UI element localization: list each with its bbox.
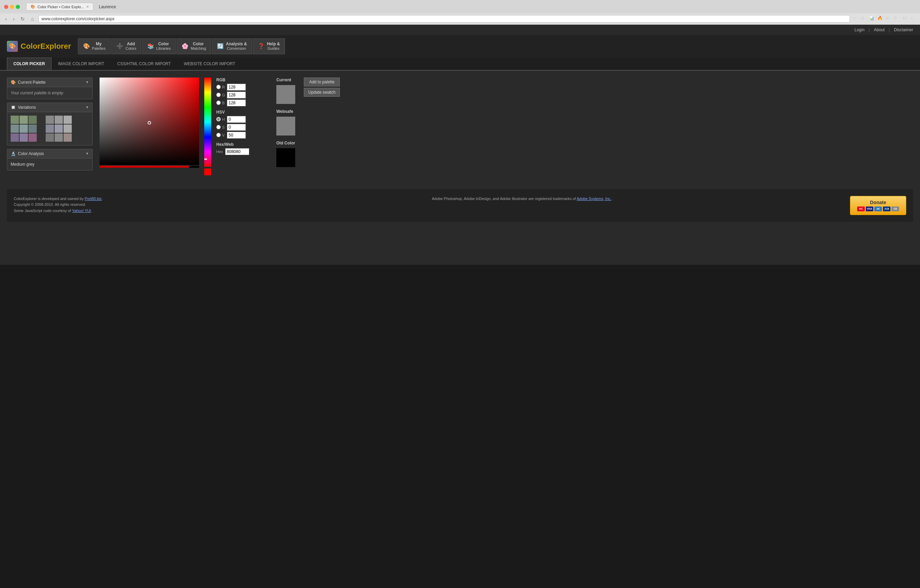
other-card-icon: CB xyxy=(891,207,899,211)
nav-color-libraries[interactable]: 📚 ColorLibraries xyxy=(142,39,176,54)
variation-swatch[interactable] xyxy=(29,124,37,133)
hsv-v-input[interactable]: 50 xyxy=(227,132,246,139)
about-link[interactable]: About xyxy=(874,27,884,32)
variation-swatch[interactable] xyxy=(63,134,72,142)
browser-tab[interactable]: 🎨 Color Picker • Color Explo... ✕ xyxy=(26,3,93,11)
tab-image-import[interactable]: IMAGE COLOR IMPORT xyxy=(52,58,110,70)
address-bar[interactable]: www.colorexplorer.com/colorpicker.aspx xyxy=(39,15,850,23)
rgb-r-input[interactable]: 128 xyxy=(227,84,246,90)
variation-swatch[interactable] xyxy=(46,124,54,133)
tab-website-import[interactable]: WEBSITE COLOR IMPORT xyxy=(178,58,242,70)
analysis-expand-icon[interactable]: ▼ xyxy=(86,152,89,155)
hex-group: Hex/Web Hex 808080 xyxy=(216,142,271,155)
tab-favicon: 🎨 xyxy=(31,5,36,9)
hsv-h-radio[interactable] xyxy=(216,117,221,121)
close-dot[interactable] xyxy=(4,5,8,9)
variation-swatch[interactable] xyxy=(11,134,19,142)
variation-swatch[interactable] xyxy=(63,116,72,124)
nav-help[interactable]: ❓ Help &Guides xyxy=(253,39,285,54)
refresh-button[interactable]: ↻ xyxy=(19,15,26,22)
tab-title: Color Picker • Color Explo... xyxy=(37,5,84,9)
left-panel: 🎨 Current Palette ▼ Your current palette… xyxy=(7,78,93,175)
websafe-swatch-label: Websafe xyxy=(276,109,340,114)
variation-swatch[interactable] xyxy=(19,124,28,133)
hsv-v-radio[interactable] xyxy=(216,133,221,137)
nav-my-palettes[interactable]: 🎨 MyPalettes xyxy=(78,39,111,54)
user-name: Laurence xyxy=(99,5,116,9)
nav-color-matching[interactable]: 🌸 ColorMatching xyxy=(177,39,211,54)
variation-swatch[interactable] xyxy=(19,134,28,142)
bookmark-icon[interactable]: ☆ xyxy=(853,16,859,22)
rgb-b-row: B 128 xyxy=(216,100,271,107)
tab-close-icon[interactable]: ✕ xyxy=(86,5,89,8)
variation-swatch[interactable] xyxy=(46,116,54,124)
help-label: Help &Guides xyxy=(267,42,280,51)
hsv-s-letter: S xyxy=(222,125,225,129)
login-link[interactable]: Login xyxy=(854,27,864,32)
port80-link[interactable]: Port80.biz xyxy=(85,197,102,201)
hsv-h-letter: H xyxy=(222,117,225,121)
menu-icon[interactable]: ≡ xyxy=(910,16,917,22)
adobe-link[interactable]: Adobe Systems, Inc. xyxy=(577,197,611,201)
swatches-section: Current Add to palette Update swatch Web… xyxy=(276,78,340,175)
hsv-s-row: S 0 xyxy=(216,124,271,131)
picker-canvas-wrapper[interactable] xyxy=(100,78,199,168)
variations-expand-icon[interactable]: ▼ xyxy=(86,105,89,109)
home-button[interactable]: ⌂ xyxy=(29,15,36,22)
maximize-dot[interactable] xyxy=(16,5,20,9)
variation-swatch[interactable] xyxy=(55,134,63,142)
rally-icon[interactable]: 📊 xyxy=(869,16,875,22)
swatch-buttons: Add to palette Update swatch xyxy=(304,78,340,97)
variation-swatch[interactable] xyxy=(46,134,54,142)
forward-button[interactable]: › xyxy=(11,15,16,22)
rgb-r-radio[interactable] xyxy=(216,85,221,89)
current-palette-section: 🎨 Current Palette ▼ Your current palette… xyxy=(7,78,93,99)
donate-button[interactable]: Donate MC VISA AE JCB CB xyxy=(850,196,906,215)
hsv-s-input[interactable]: 0 xyxy=(227,124,246,131)
layers-icon[interactable]: ⧉ xyxy=(861,16,867,22)
color-gradient-canvas[interactable] xyxy=(100,78,199,168)
hsv-h-input[interactable]: 0 xyxy=(227,116,246,123)
nav-analysis[interactable]: 🔄 Analysis &Conversion xyxy=(212,39,252,54)
minimize-dot[interactable] xyxy=(10,5,14,9)
back-button[interactable]: ‹ xyxy=(3,15,8,22)
variation-swatch[interactable] xyxy=(11,116,19,124)
jcb-icon: JCB xyxy=(883,207,891,211)
hex-web-label: Hex/Web xyxy=(216,142,271,147)
update-swatch-button[interactable]: Update swatch xyxy=(304,88,340,97)
hex-input[interactable]: 808080 xyxy=(225,148,249,155)
variation-swatch[interactable] xyxy=(29,116,37,124)
hue-slider[interactable] xyxy=(204,78,211,167)
rgb-b-radio[interactable] xyxy=(216,100,221,105)
variations-body xyxy=(7,112,92,145)
hsv-s-radio[interactable] xyxy=(216,125,221,129)
pinterest-icon[interactable]: P xyxy=(894,16,900,22)
rgb-g-radio[interactable] xyxy=(216,93,221,97)
variations-title-area: 🔲 Variations xyxy=(11,105,36,110)
badge-icon[interactable]: 42 xyxy=(902,16,908,22)
fire-icon[interactable]: 🔥 xyxy=(878,16,884,22)
tab-css-import[interactable]: CSS/HTML COLOR IMPORT xyxy=(110,58,177,70)
variation-swatch[interactable] xyxy=(63,124,72,133)
disclaimer-link[interactable]: Disclaimer xyxy=(894,27,913,32)
rgb-g-letter: G xyxy=(222,93,225,97)
variation-swatch[interactable] xyxy=(55,116,63,124)
variation-swatch[interactable] xyxy=(19,116,28,124)
empty-palette-text: Your current palette is empty. xyxy=(11,90,64,95)
mail-icon[interactable]: ✉ xyxy=(886,16,892,22)
add-to-palette-button[interactable]: Add to palette xyxy=(304,78,340,86)
rgb-b-input[interactable]: 128 xyxy=(227,100,246,107)
variation-swatch[interactable] xyxy=(55,124,63,133)
tab-color-picker[interactable]: COLOR PICKER xyxy=(7,58,52,70)
yui-link[interactable]: Yahoo! YUI xyxy=(72,208,91,213)
variation-swatch[interactable] xyxy=(29,134,37,142)
rgb-g-input[interactable]: 128 xyxy=(227,92,246,99)
nav-add-colors[interactable]: ➕ AddColors xyxy=(111,39,141,54)
variations-title: Variations xyxy=(18,105,36,110)
palette-expand-icon[interactable]: ▼ xyxy=(86,80,89,84)
color-analysis-section: 🔬 Color Analysis ▼ Medium grey xyxy=(7,149,93,171)
matching-icon: 🌸 xyxy=(181,43,188,49)
variation-swatch[interactable] xyxy=(11,124,19,133)
current-palette-title-area: 🎨 Current Palette xyxy=(11,80,46,85)
browser-titlebar: 🎨 Color Picker • Color Explo... ✕ Lauren… xyxy=(0,0,920,13)
